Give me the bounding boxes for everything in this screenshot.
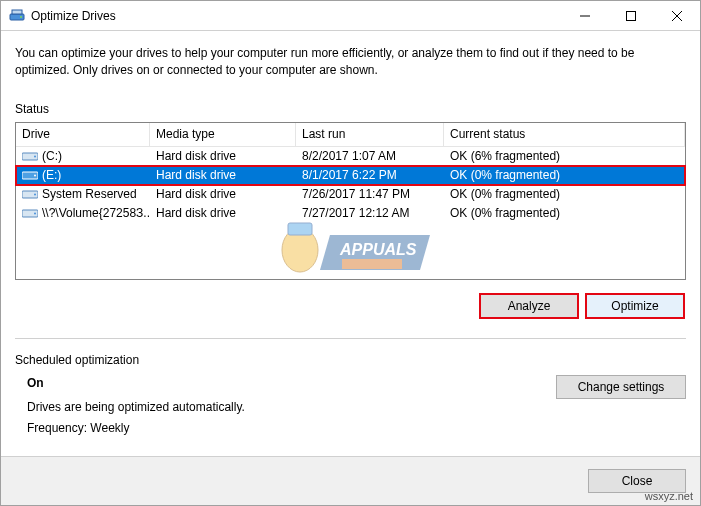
table-row[interactable]: System Reserved Hard disk drive 7/26/201… xyxy=(16,185,685,204)
drive-icon xyxy=(22,169,38,181)
drive-media: Hard disk drive xyxy=(150,168,296,182)
drive-media: Hard disk drive xyxy=(150,149,296,163)
svg-point-1 xyxy=(20,16,22,18)
drive-media: Hard disk drive xyxy=(150,206,296,220)
drive-status: OK (0% fragmented) xyxy=(444,168,685,182)
svg-point-8 xyxy=(34,156,36,158)
svg-rect-4 xyxy=(627,11,636,20)
close-button[interactable] xyxy=(654,1,700,31)
svg-point-14 xyxy=(34,213,36,215)
svg-point-10 xyxy=(34,175,36,177)
list-header: Drive Media type Last run Current status xyxy=(16,123,685,147)
svg-point-12 xyxy=(34,194,36,196)
drive-name: System Reserved xyxy=(42,187,137,201)
scheduled-label: Scheduled optimization xyxy=(15,353,686,367)
drive-icon xyxy=(22,207,38,219)
table-row[interactable]: \\?\Volume{27258З... Hard disk drive 7/2… xyxy=(16,204,685,223)
drive-status: OK (0% fragmented) xyxy=(444,206,685,220)
scheduled-section: Scheduled optimization On Drives are bei… xyxy=(15,353,686,438)
content-area: You can optimize your drives to help you… xyxy=(1,31,700,456)
status-label: Status xyxy=(15,102,686,116)
scheduled-on: On xyxy=(27,373,536,393)
drive-name: (E:) xyxy=(42,168,61,182)
table-row[interactable]: (C:) Hard disk drive 8/2/2017 1:07 AM OK… xyxy=(16,147,685,166)
table-row-selected[interactable]: (E:) Hard disk drive 8/1/2017 6:22 PM OK… xyxy=(16,166,685,185)
maximize-button[interactable] xyxy=(608,1,654,31)
description-text: You can optimize your drives to help you… xyxy=(15,45,686,80)
app-icon xyxy=(9,8,25,24)
footer: Close xyxy=(1,456,700,505)
minimize-button[interactable] xyxy=(562,1,608,31)
svg-rect-2 xyxy=(12,10,22,14)
scheduled-line1: Drives are being optimized automatically… xyxy=(27,397,536,417)
change-settings-button[interactable]: Change settings xyxy=(556,375,686,399)
titlebar: Optimize Drives xyxy=(1,1,700,31)
drive-list: Drive Media type Last run Current status… xyxy=(15,122,686,280)
col-drive[interactable]: Drive xyxy=(16,123,150,146)
divider xyxy=(15,338,686,339)
drive-last: 7/26/2017 11:47 PM xyxy=(296,187,444,201)
col-status[interactable]: Current status xyxy=(444,123,685,146)
drive-icon xyxy=(22,188,38,200)
drive-name: \\?\Volume{27258З... xyxy=(42,206,150,220)
drive-last: 8/1/2017 6:22 PM xyxy=(296,168,444,182)
drive-status: OK (6% fragmented) xyxy=(444,149,685,163)
drive-icon xyxy=(22,150,38,162)
scheduled-status-text: On Drives are being optimized automatica… xyxy=(27,373,536,438)
optimize-drives-window: Optimize Drives You can optimize your dr… xyxy=(0,0,701,506)
drive-status: OK (0% fragmented) xyxy=(444,187,685,201)
analyze-button[interactable]: Analyze xyxy=(480,294,578,318)
drive-media: Hard disk drive xyxy=(150,187,296,201)
scheduled-line2: Frequency: Weekly xyxy=(27,418,536,438)
drive-last: 8/2/2017 1:07 AM xyxy=(296,149,444,163)
action-button-row: Analyze Optimize xyxy=(15,280,686,338)
col-last[interactable]: Last run xyxy=(296,123,444,146)
optimize-button[interactable]: Optimize xyxy=(586,294,684,318)
close-dialog-button[interactable]: Close xyxy=(588,469,686,493)
col-media[interactable]: Media type xyxy=(150,123,296,146)
drive-last: 7/27/2017 12:12 AM xyxy=(296,206,444,220)
drive-name: (C:) xyxy=(42,149,62,163)
window-title: Optimize Drives xyxy=(31,9,562,23)
